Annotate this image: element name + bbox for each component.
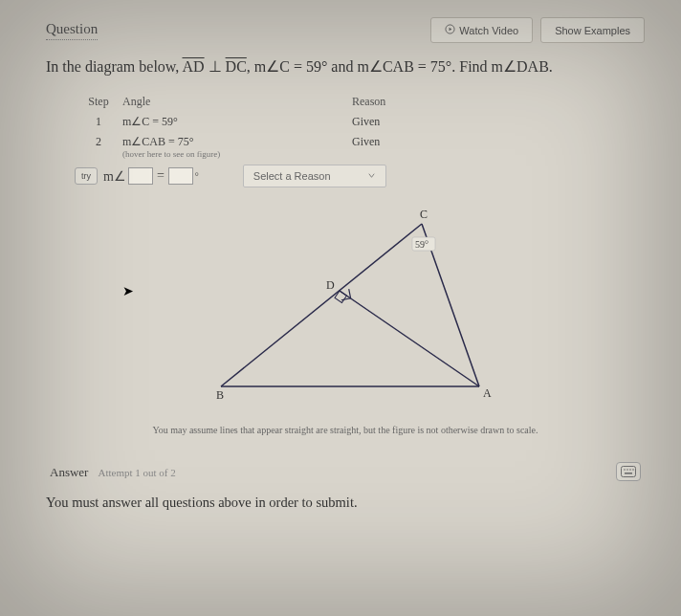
step-angle: m∠CAB = 75° (hover here to see on figure…: [122, 135, 352, 159]
header-buttons: Watch Video Show Examples: [430, 17, 645, 43]
answer-label: Answer: [50, 465, 88, 479]
svg-point-12: [632, 470, 634, 472]
angle-c-label: 59°: [415, 239, 428, 250]
step-angle-text: m∠CAB = 75°: [122, 135, 352, 149]
step-num: 2: [75, 135, 122, 149]
col-angle: Angle: [122, 95, 352, 109]
play-icon: [445, 24, 455, 36]
header-bar: Question Watch Video Show Examples: [46, 17, 645, 43]
col-reason: Reason: [352, 95, 543, 109]
degree-sign: °: [195, 171, 199, 182]
triangle-diagram: B A C D 59°: [164, 205, 527, 415]
try-row: try m∠ = ° Select a Reason: [75, 165, 645, 187]
answer-heading: Answer Attempt 1 out of 2: [50, 463, 176, 480]
try-button[interactable]: try: [75, 167, 98, 185]
problem-rest: , m∠C = 59° and m∠CAB = 75°. Find m∠DAB.: [247, 58, 553, 75]
table-header: Step Angle Reason: [75, 95, 645, 109]
col-step: Step: [75, 95, 122, 109]
svg-point-11: [629, 470, 631, 472]
m-angle-prefix: m∠: [103, 168, 126, 185]
label-a: A: [483, 386, 492, 400]
equals-sign: =: [157, 168, 165, 184]
angle-entry: m∠ = °: [103, 167, 199, 185]
problem-prefix: In the diagram below,: [46, 58, 182, 75]
keyboard-icon: [621, 466, 636, 477]
label-b: B: [216, 388, 224, 402]
step-hint: (hover here to see on figure): [122, 149, 352, 159]
answer-row: Answer Attempt 1 out of 2: [46, 462, 645, 481]
svg-line-5: [340, 291, 479, 386]
label-c: C: [420, 208, 428, 221]
table-row: 1 m∠C = 59° Given: [75, 115, 645, 129]
show-examples-label: Show Examples: [555, 25, 630, 36]
figure-note: You may assume lines that appear straigh…: [46, 425, 645, 435]
perp-symbol: ⊥: [205, 58, 226, 75]
label-d: D: [326, 278, 335, 292]
submit-message: You must answer all questions above in o…: [46, 495, 645, 511]
table-row: 2 m∠CAB = 75° (hover here to see on figu…: [75, 135, 645, 159]
angle-name-input[interactable]: [128, 167, 153, 185]
svg-line-3: [221, 224, 422, 386]
svg-rect-13: [625, 473, 632, 474]
page-title: Question: [46, 21, 98, 40]
step-reason: Given: [352, 115, 543, 129]
watch-video-button[interactable]: Watch Video: [430, 17, 533, 43]
angle-value-input[interactable]: [168, 167, 193, 185]
chevron-down-icon: [367, 170, 376, 182]
figure: B A C D 59°: [46, 205, 645, 415]
svg-marker-1: [450, 28, 452, 32]
svg-point-10: [626, 470, 628, 472]
step-reason: Given: [352, 135, 543, 149]
segment-dc: DC: [226, 58, 247, 75]
step-num: 1: [75, 115, 122, 129]
svg-rect-8: [622, 467, 636, 477]
reason-select[interactable]: Select a Reason: [243, 165, 386, 187]
segment-ad: AD: [182, 58, 204, 75]
keyboard-button[interactable]: [616, 462, 641, 481]
problem-statement: In the diagram below, AD ⊥ DC, m∠C = 59°…: [46, 56, 645, 77]
show-examples-button[interactable]: Show Examples: [540, 17, 645, 43]
reason-placeholder: Select a Reason: [253, 170, 331, 182]
steps-table: Step Angle Reason 1 m∠C = 59° Given 2 m∠…: [75, 95, 645, 159]
watch-video-label: Watch Video: [459, 25, 518, 36]
step-angle: m∠C = 59°: [122, 115, 352, 129]
svg-point-9: [624, 470, 626, 472]
attempt-count: Attempt 1 out of 2: [98, 467, 175, 478]
